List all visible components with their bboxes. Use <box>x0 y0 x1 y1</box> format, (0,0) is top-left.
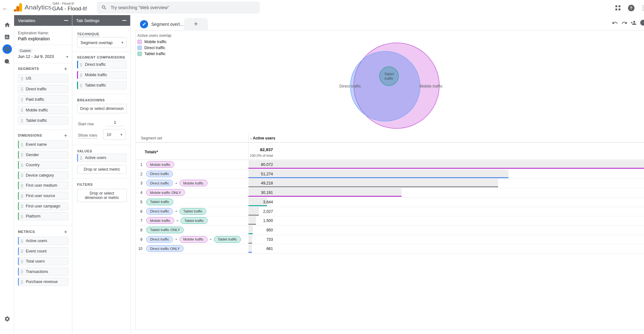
nav-explore-icon-selected[interactable] <box>0 44 14 54</box>
show-rows-select[interactable]: 10 ▾ <box>103 129 126 140</box>
redo-icon[interactable] <box>620 19 628 27</box>
metric-item[interactable]: Transactions <box>18 268 69 276</box>
segment-chip-direct[interactable]: Direct traffic <box>146 180 173 186</box>
apps-grid-icon[interactable] <box>614 4 622 12</box>
drag-handle-icon <box>21 173 23 177</box>
legend-item: Direct traffic <box>137 46 171 50</box>
segment-chip-mobile[interactable]: Mobile traffic <box>146 161 174 168</box>
segment-item[interactable]: US <box>18 74 69 82</box>
metric-item[interactable]: Total users <box>18 257 69 265</box>
dimension-item[interactable]: First user source <box>18 192 69 200</box>
dimension-item[interactable]: First user medium <box>18 181 69 190</box>
add-tab-button[interactable]: + <box>184 18 208 30</box>
start-row-label: Start row <box>78 122 94 126</box>
segment-chip-direct[interactable]: Direct traffic <box>146 171 173 177</box>
segment-chip-direct[interactable]: Direct traffic ONLY <box>146 245 184 252</box>
drag-handle-icon <box>21 280 23 284</box>
segment-chip-mobile[interactable]: Mobile traffic ONLY <box>146 189 185 196</box>
dimension-item[interactable]: First user campaign <box>18 202 69 210</box>
comparison-segment-item[interactable]: Direct traffic <box>77 60 127 69</box>
add-metric-button[interactable]: + <box>64 229 67 235</box>
settings-gear-icon[interactable] <box>0 314 14 324</box>
property-selector[interactable]: GA4 - Flood-It! <box>52 6 87 12</box>
active-users-value: 80,072 <box>208 162 273 167</box>
breakdowns-drop-zone[interactable]: Drop or select dimension <box>77 104 127 113</box>
segment-item[interactable]: Tablet traffic <box>18 116 69 125</box>
active-users-value: 1,500 <box>208 218 273 223</box>
metric-item[interactable]: Event count <box>18 247 69 255</box>
segment-item[interactable]: Mobile traffic <box>18 106 69 114</box>
sort-desc-icon: ↓ <box>250 136 252 140</box>
direct-swatch-icon <box>137 46 142 50</box>
drag-handle-icon <box>80 84 82 87</box>
dimension-item[interactable]: Gender <box>18 151 69 159</box>
segment-chip-mobile[interactable]: Mobile traffic <box>180 180 208 186</box>
exploration-name-value[interactable]: Path exploration <box>18 36 50 41</box>
segment-item[interactable]: Direct traffic <box>18 85 69 93</box>
segment-set-chips: Direct traffic+Tablet traffic <box>146 208 206 215</box>
segment-chip-tablet[interactable]: Tablet traffic <box>180 208 207 215</box>
dimension-item[interactable]: Device category <box>18 171 69 179</box>
values-label: VALUES <box>77 149 92 153</box>
filters-drop-zone[interactable]: Drop or select dimension or metric <box>77 189 127 202</box>
drag-handle-icon <box>21 143 23 146</box>
help-icon[interactable]: ? <box>627 4 635 12</box>
segment-chip-direct[interactable]: Direct traffic <box>146 208 173 215</box>
show-rows-label: Show rows <box>78 133 97 139</box>
divider <box>135 216 644 216</box>
drag-handle-icon <box>21 239 23 243</box>
row-number: 2 <box>136 172 142 176</box>
segment-set-chips: Mobile traffic ONLY <box>146 189 185 196</box>
date-range-selector[interactable]: Jun 12 - Jul 9, 2023 <box>18 54 54 59</box>
row-number: 10 <box>136 246 142 251</box>
venn-tablet-circle[interactable] <box>380 67 398 86</box>
column-header-active-users[interactable]: ↓Active users <box>250 136 275 140</box>
column-header-segment-set[interactable]: Segment set <box>141 136 162 140</box>
minimize-icon[interactable] <box>122 20 126 21</box>
values-drop-zone[interactable]: Drop or select metric <box>77 165 127 174</box>
nav-reports-icon[interactable] <box>0 31 14 42</box>
row-number: 1 <box>136 162 142 167</box>
legend-item: Tablet traffic <box>137 52 171 56</box>
segment-chip-tablet[interactable]: Tablet traffic ONLY <box>146 227 184 233</box>
nav-home-icon[interactable] <box>0 20 14 30</box>
segment-chip-tablet[interactable]: Tablet traffic <box>146 199 173 205</box>
tab-segment-overlap[interactable]: Segment overl... ▾ <box>137 18 191 30</box>
segment-item[interactable]: Paid traffic <box>18 95 69 104</box>
metric-item[interactable]: Purchase revenue <box>18 278 69 286</box>
dimension-item[interactable]: Platform <box>18 212 69 220</box>
undo-icon[interactable] <box>611 19 619 27</box>
venn-direct-label: Direct traffic <box>339 84 361 88</box>
drag-handle-icon <box>21 194 23 198</box>
divider <box>135 235 644 235</box>
more-menu-icon[interactable]: ⋮ <box>639 4 644 12</box>
nav-advertising-icon[interactable] <box>0 56 14 67</box>
search-input[interactable]: Try searching "Web overview" <box>97 2 260 14</box>
share-add-user-icon[interactable] <box>629 19 637 27</box>
add-segment-button[interactable]: + <box>64 66 67 72</box>
comparison-segment-item[interactable]: Mobile traffic <box>77 71 127 79</box>
back-arrow-icon[interactable]: ← <box>1 4 9 13</box>
value-metric-item[interactable]: Active users <box>77 154 127 162</box>
active-users-value: 3,644 <box>208 200 273 204</box>
comparison-segment-item[interactable]: Tablet traffic <box>77 81 127 89</box>
product-name: Analytics <box>25 3 52 11</box>
segment-chip-mobile[interactable]: Mobile traffic <box>146 217 174 224</box>
segment-chip-direct[interactable]: Direct traffic <box>146 236 173 243</box>
chevron-down-icon: ▾ <box>120 133 122 137</box>
dimension-item[interactable]: Event name <box>18 140 69 149</box>
divider <box>50 3 51 13</box>
technique-select[interactable]: Segment overlap ▾ <box>77 37 127 48</box>
nav-rail <box>0 15 14 334</box>
segment-chip-mobile[interactable]: Mobile traffic <box>180 236 208 243</box>
drag-handle-icon <box>21 215 23 218</box>
dimension-item[interactable]: Country <box>18 161 69 169</box>
insights-icon-partial[interactable] <box>639 19 644 27</box>
minimize-icon[interactable] <box>64 20 68 21</box>
add-dimension-button[interactable]: + <box>64 133 67 139</box>
plus-separator: + <box>175 237 177 241</box>
segment-chip-tablet[interactable]: Tablet traffic <box>180 217 208 224</box>
analytics-logo-icon[interactable] <box>14 3 22 12</box>
start-row-input[interactable]: 1 <box>106 120 124 126</box>
metric-item[interactable]: Active users <box>18 237 69 245</box>
